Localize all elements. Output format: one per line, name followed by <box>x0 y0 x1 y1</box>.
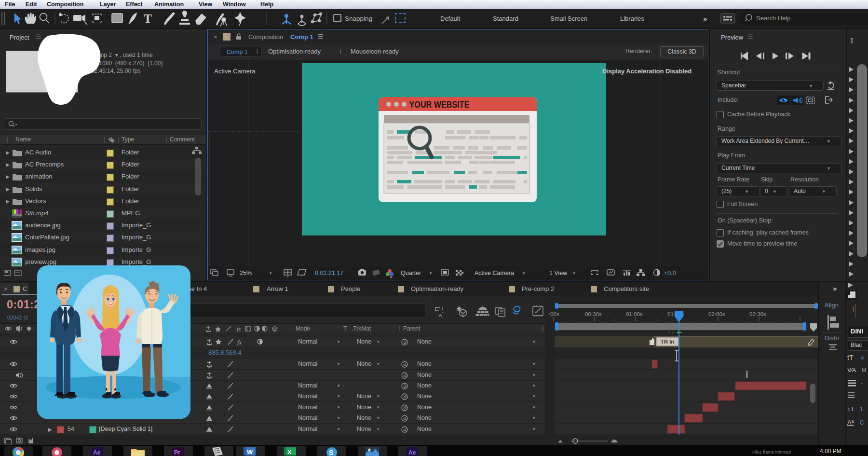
svg-text:Small Screen: Small Screen <box>550 15 587 22</box>
svg-text:File1 frame trimmed: File1 frame trimmed <box>752 450 791 455</box>
svg-text:T: T <box>144 12 152 25</box>
svg-text:Quarter: Quarter <box>401 270 421 276</box>
svg-text:0:01:21:17: 0:01:21:17 <box>315 270 343 276</box>
svg-text:00:30s: 00:30s <box>585 311 602 317</box>
svg-text:Ae: Ae <box>93 449 101 456</box>
svg-text:Standard: Standard <box>493 15 518 22</box>
svg-text:▾: ▾ <box>430 271 432 276</box>
svg-text:fx: fx <box>237 339 242 345</box>
svg-text:Libraries: Libraries <box>620 15 644 22</box>
svg-text:Ae: Ae <box>408 449 416 456</box>
svg-text:25%: 25% <box>240 270 252 276</box>
svg-text:▾: ▾ <box>270 271 272 276</box>
svg-text:1 View: 1 View <box>549 270 568 276</box>
svg-text:Active Camera: Active Camera <box>475 270 514 276</box>
svg-text:▾: ▾ <box>523 271 525 276</box>
svg-text:▾: ▾ <box>573 271 575 276</box>
svg-text:X: X <box>287 448 292 456</box>
svg-text:YOUR WEBSITE: YOUR WEBSITE <box>409 99 470 110</box>
svg-text:Pr: Pr <box>174 449 180 456</box>
svg-text:»: » <box>703 14 707 23</box>
svg-text::00s: :00s <box>549 311 559 317</box>
svg-text:fx: fx <box>237 326 241 332</box>
svg-text:+0.0: +0.0 <box>664 270 676 276</box>
svg-text:Snapping: Snapping <box>345 15 372 22</box>
svg-text:W: W <box>247 448 253 456</box>
svg-text:TR In: TR In <box>661 339 675 345</box>
svg-text:02:00s: 02:00s <box>708 311 725 317</box>
svg-text:02:30s: 02:30s <box>749 311 766 317</box>
svg-text:Search Help: Search Help <box>756 14 791 22</box>
svg-text:01:00s: 01:00s <box>626 311 643 317</box>
svg-text:4:00 PM: 4:00 PM <box>820 448 841 455</box>
svg-text:Default: Default <box>440 15 461 22</box>
svg-text:S: S <box>329 449 333 456</box>
